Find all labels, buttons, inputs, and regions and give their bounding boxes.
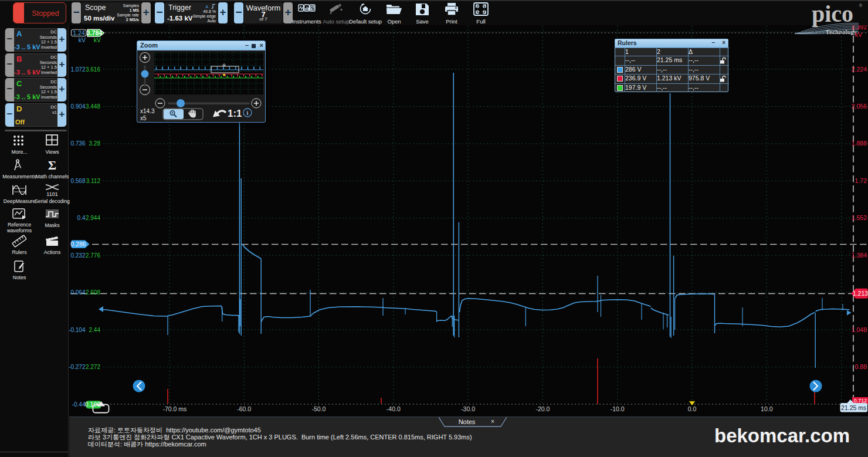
- svg-text:1101: 1101: [46, 191, 57, 197]
- svg-text:-30.0: -30.0: [461, 405, 475, 412]
- svg-text:1.384: 1.384: [852, 252, 867, 259]
- svg-text:-10.0: -10.0: [611, 405, 625, 412]
- svg-text:0.712: 0.712: [854, 398, 867, 404]
- svg-text:-20.0: -20.0: [535, 405, 550, 412]
- svg-text:1.048: 1.048: [852, 326, 867, 333]
- svg-text:kV: kV: [79, 36, 86, 43]
- svg-text:3.448: 3.448: [86, 103, 100, 110]
- svg-text:0.904: 0.904: [70, 103, 85, 110]
- svg-text:1:1: 1:1: [228, 108, 242, 119]
- svg-text:21.25 ms: 21.25 ms: [841, 404, 866, 411]
- svg-text:x14.3: x14.3: [140, 108, 155, 114]
- svg-text:0.88: 0.88: [855, 363, 867, 370]
- svg-text:3.112: 3.112: [86, 178, 101, 184]
- svg-text:0.0: 0.0: [688, 405, 697, 412]
- svg-text:-0.44: -0.44: [72, 401, 86, 408]
- svg-text:-0.104: -0.104: [69, 327, 86, 333]
- svg-text:2.224: 2.224: [852, 66, 867, 73]
- svg-text:2.392: 2.392: [852, 25, 867, 31]
- svg-text:1.072: 1.072: [70, 66, 85, 73]
- svg-text:1.72: 1.72: [855, 177, 867, 184]
- svg-text:Σ: Σ: [48, 158, 56, 172]
- svg-text:pico: pico: [812, 1, 853, 27]
- svg-text:1.552: 1.552: [852, 214, 867, 221]
- svg-text:-50.0: -50.0: [312, 405, 326, 412]
- svg-text:1.213: 1.213: [853, 290, 868, 297]
- svg-text:0.232: 0.232: [70, 252, 85, 259]
- svg-text:1.888: 1.888: [852, 140, 867, 147]
- svg-text:3.616: 3.616: [86, 66, 100, 73]
- svg-text:2.944: 2.944: [86, 215, 100, 221]
- svg-text:2.056: 2.056: [852, 103, 867, 110]
- svg-text:10.0: 10.0: [761, 405, 773, 412]
- svg-text:0.736: 0.736: [70, 140, 85, 147]
- svg-text:-60.0: -60.0: [237, 405, 251, 412]
- svg-text:kV: kV: [855, 31, 862, 38]
- svg-text:0.286: 0.286: [70, 241, 86, 248]
- svg-text:2.272: 2.272: [86, 364, 100, 370]
- svg-text:i: i: [247, 110, 249, 116]
- svg-text:-40.0: -40.0: [386, 405, 401, 412]
- svg-text:0.568: 0.568: [70, 178, 85, 184]
- svg-text:x5: x5: [140, 115, 147, 121]
- svg-text:2.608: 2.608: [86, 289, 100, 296]
- svg-text:®: ®: [859, 2, 863, 8]
- svg-text:0.064: 0.064: [70, 289, 85, 296]
- svg-text:2.44: 2.44: [89, 327, 101, 333]
- svg-text:3.28: 3.28: [89, 140, 101, 147]
- svg-text:1.24: 1.24: [73, 29, 85, 36]
- svg-text:-0.272: -0.272: [69, 364, 86, 370]
- svg-text:0.4: 0.4: [77, 215, 86, 221]
- svg-text:-70.0 ms: -70.0 ms: [162, 405, 187, 412]
- svg-text:3.784: 3.784: [87, 29, 102, 36]
- svg-text:kV: kV: [94, 36, 101, 43]
- svg-text:2.776: 2.776: [86, 252, 100, 259]
